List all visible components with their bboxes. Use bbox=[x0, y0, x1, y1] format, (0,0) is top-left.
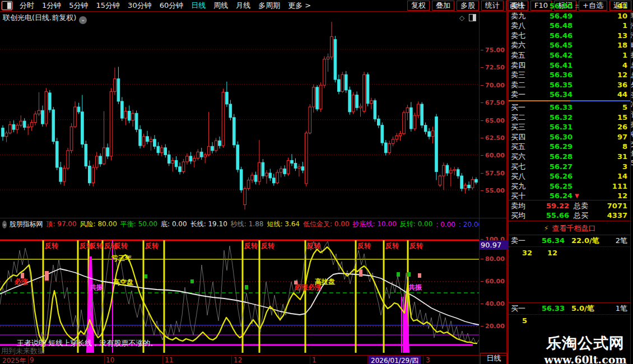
time-axis-separator bbox=[423, 356, 423, 364]
candle-up bbox=[67, 148, 69, 170]
layout-toggle-icon[interactable] bbox=[2, 1, 12, 10]
main-axis-tick: 75.00 bbox=[481, 46, 506, 54]
chevron-down-icon[interactable]: ⌄ bbox=[79, 16, 87, 24]
main-axis-tick: 72.50 bbox=[481, 64, 506, 71]
bid-row-6[interactable]: 买六56.2831 bbox=[509, 152, 631, 161]
bid-row-3-volume: 26 bbox=[617, 122, 627, 132]
candle-up bbox=[327, 54, 329, 72]
indicator-param-7: 短线: 3.64 bbox=[267, 220, 300, 229]
candle-up bbox=[197, 149, 199, 160]
bid-row-2[interactable]: 买二56.3215 bbox=[509, 113, 631, 122]
buy1-box-top bbox=[509, 302, 631, 303]
menu-period-10[interactable]: 更多 > bbox=[288, 1, 311, 11]
ask-row-4[interactable]: 卖四56.414 bbox=[509, 60, 631, 70]
candle-up bbox=[142, 134, 145, 148]
depth-link-row[interactable]: ⚡查看千档盘口 bbox=[509, 223, 631, 233]
bid-row-7[interactable]: 买七56.273 bbox=[509, 162, 631, 171]
ask1-detail-queue-item: 12 bbox=[547, 248, 557, 258]
ask-row-9[interactable]: 卖九56.4910 bbox=[509, 11, 631, 21]
bid-row-9[interactable]: 买九56.25111 bbox=[509, 181, 631, 191]
indicator-collapse-icon[interactable]: ⌄ bbox=[2, 221, 7, 228]
time-axis: 2025年9101112132026/01/29/四 bbox=[0, 355, 507, 364]
ask-row-8[interactable]: 卖八56.481 bbox=[509, 21, 631, 30]
candle-up bbox=[70, 123, 73, 153]
diamond-icon[interactable]: ◇ bbox=[459, 14, 464, 22]
candle-down bbox=[146, 131, 149, 144]
ask-row-4-price: 56.41 bbox=[543, 60, 573, 70]
menu-period-4[interactable]: 30分钟 bbox=[128, 1, 152, 11]
indicator-param-12: : 20.00 bbox=[459, 221, 479, 228]
toolbar-button-3[interactable]: 统计 bbox=[481, 1, 504, 11]
ask-row-8-label: 卖八 bbox=[511, 21, 525, 30]
candle-down bbox=[384, 140, 387, 156]
toolbar-button-0[interactable]: 复权 bbox=[407, 1, 430, 11]
ask-row-3[interactable]: 卖三56.3612 bbox=[509, 70, 631, 80]
main-candlestick-chart[interactable] bbox=[0, 11, 480, 219]
main-axis-tick: 67.50 bbox=[481, 99, 506, 106]
toolbar-button-2[interactable]: 多股 bbox=[457, 1, 479, 11]
candle-up bbox=[280, 166, 282, 177]
ask-row-1[interactable]: 卖一56.3444 bbox=[509, 90, 631, 99]
menu-period-9[interactable]: 多周期 bbox=[258, 1, 280, 11]
bid-row-1[interactable]: 买一56.335 bbox=[509, 102, 631, 112]
candle-up bbox=[399, 131, 402, 141]
candle-up bbox=[161, 145, 164, 156]
time-axis-label: 11 bbox=[165, 356, 173, 364]
menu-period-8[interactable]: 月线 bbox=[236, 1, 250, 11]
ask-row-6[interactable]: 卖六56.4518 bbox=[509, 40, 631, 50]
bid-row-10[interactable]: 买十56.24▼12 bbox=[509, 191, 631, 200]
menu-period-7[interactable]: 周线 bbox=[213, 1, 228, 11]
candle-up bbox=[251, 172, 254, 183]
menu-period-3[interactable]: 15分钟 bbox=[96, 1, 120, 11]
ask-row-10-price: 56.50 bbox=[543, 1, 573, 11]
candle-up bbox=[287, 157, 290, 176]
candle-up bbox=[331, 22, 333, 60]
candle-down bbox=[200, 148, 203, 160]
candle-down bbox=[52, 107, 55, 144]
menu-period-6[interactable]: 日线 bbox=[191, 1, 206, 11]
bid-row-4-volume: 97 bbox=[617, 132, 627, 142]
candle-down bbox=[117, 67, 120, 104]
average-row-0: 卖均59.22总卖7071 bbox=[509, 201, 631, 211]
candle-down bbox=[164, 144, 167, 158]
candle-up bbox=[453, 167, 456, 175]
bid-row-5[interactable]: 买五56.298 bbox=[509, 142, 631, 151]
bid-row-3[interactable]: 买三56.3126 bbox=[509, 122, 631, 132]
menu-period-1[interactable]: 1分钟 bbox=[42, 1, 61, 11]
period-label[interactable]: 日线 bbox=[480, 353, 508, 364]
indicator-chart[interactable]: 反转反转反转反转反转反转反转反转反转反转反转反转必涨共振亏三年高空盘必涨必涨高拉… bbox=[0, 230, 480, 356]
ask-row-7[interactable]: 卖七56.4613 bbox=[509, 31, 631, 40]
main-axis-tick: 70.00 bbox=[481, 82, 506, 89]
ask-row-6-price: 56.45 bbox=[543, 40, 573, 50]
candle-down bbox=[457, 167, 459, 179]
marker-green bbox=[190, 279, 194, 283]
candle-up bbox=[74, 101, 77, 128]
marker-green bbox=[407, 272, 411, 277]
ask-row-8-price: 56.48 bbox=[543, 21, 573, 30]
indicator-param-11: : 0.00 bbox=[436, 221, 455, 228]
indicator-axis-tick: 40.00 bbox=[481, 300, 506, 307]
ask1-detail-per: 22.0/笔 bbox=[571, 236, 599, 245]
pane-split-icon[interactable] bbox=[469, 14, 476, 21]
bid-row-4[interactable]: 买四56.3097 bbox=[509, 132, 631, 142]
ask-row-5[interactable]: 卖五56.421 bbox=[509, 50, 631, 60]
menu-period-0[interactable]: 分时 bbox=[20, 1, 34, 11]
toolbar-button-1[interactable]: 叠加 bbox=[432, 1, 454, 11]
watermark-url: www.60lt.com bbox=[538, 353, 633, 364]
bid-row-1-volume: 5 bbox=[622, 102, 627, 112]
menu-period-5[interactable]: 60分钟 bbox=[160, 1, 184, 11]
avg-box-top bbox=[509, 200, 631, 200]
candle-up bbox=[258, 140, 261, 185]
avg-total: 4337 bbox=[607, 211, 627, 220]
candle-up bbox=[319, 82, 322, 112]
ask-row-10[interactable]: 卖十56.50±41 bbox=[509, 1, 631, 11]
menu-period-2[interactable]: 5分钟 bbox=[69, 1, 88, 11]
main-axis-tick: 60.00 bbox=[481, 152, 506, 159]
avg-label: 卖均 bbox=[511, 201, 525, 211]
period-menu: 分时1分钟5分钟15分钟30分钟60分钟日线周线月线多周期更多 > bbox=[16, 1, 315, 11]
bid1-detail-per: 5.0/笔 bbox=[571, 304, 594, 313]
candle-up bbox=[244, 186, 246, 209]
ask-row-2[interactable]: 卖二56.3536 bbox=[509, 80, 631, 90]
bid-row-8[interactable]: 买八56.2614 bbox=[509, 171, 631, 181]
candle-down bbox=[294, 158, 297, 171]
